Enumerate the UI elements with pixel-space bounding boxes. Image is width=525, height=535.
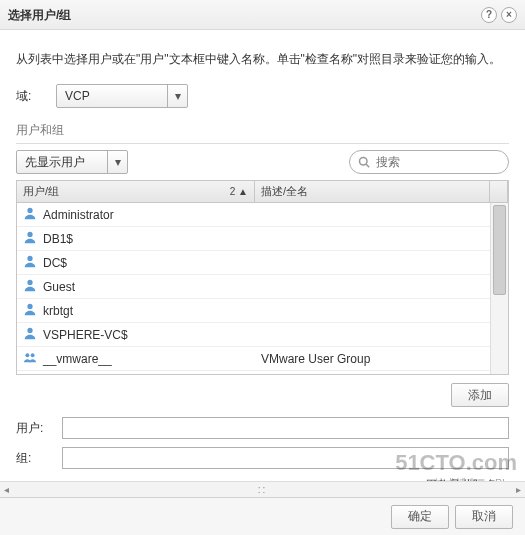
instruction-text: 从列表中选择用户或在"用户"文本框中键入名称。单击"检查名称"对照目录来验证您的… [16,50,509,68]
row-name: __vmware__ [43,352,112,366]
users-groups-grid: 用户/组 2 ▲ 描述/全名 AdministratorDB1$DC$Guest… [16,180,509,375]
column-user-group[interactable]: 用户/组 2 ▲ [17,181,255,202]
horizontal-scrollbar[interactable]: ◂ :: ▸ [0,481,525,497]
table-row[interactable]: DB1$ [17,227,490,251]
svg-point-6 [27,304,32,309]
vertical-scrollbar[interactable] [490,203,508,374]
table-row[interactable]: Guest [17,275,490,299]
row-desc: VMware User Group [255,352,490,366]
svg-point-0 [360,158,368,166]
svg-point-8 [25,353,29,357]
domain-value: VCP [57,85,167,107]
groups-input[interactable] [62,447,509,469]
group-icon [23,350,43,367]
display-mode-value: 先显示用户 [17,151,107,173]
sort-indicator: 2 ▲ [230,186,248,197]
svg-point-2 [27,208,32,213]
table-row[interactable]: DC$ [17,251,490,275]
user-icon [23,254,43,271]
groups-field-label: 组: [16,450,62,467]
chevron-down-icon: ▾ [107,151,127,173]
table-row[interactable]: Administrator [17,203,490,227]
row-name: DC$ [43,256,67,270]
row-name: Guest [43,280,75,294]
search-box[interactable] [349,150,509,174]
scrollbar-thumb[interactable] [493,205,506,295]
svg-point-4 [27,256,32,261]
close-button[interactable]: × [501,7,517,23]
user-icon [23,326,43,343]
dialog-title: 选择用户/组 [8,0,71,30]
table-row[interactable]: __vmware__VMware User Group [17,347,490,371]
user-icon [23,278,43,295]
cancel-button[interactable]: 取消 [455,505,513,529]
svg-point-5 [27,280,32,285]
ok-button[interactable]: 确定 [391,505,449,529]
table-row[interactable]: VSPHERE-VC$ [17,323,490,347]
domain-select[interactable]: VCP ▾ [56,84,188,108]
table-row[interactable]: krbtgt [17,299,490,323]
users-input[interactable] [62,417,509,439]
search-icon [358,156,370,168]
display-mode-select[interactable]: 先显示用户 ▾ [16,150,128,174]
scroll-right-icon[interactable]: ▸ [516,484,521,495]
chevron-down-icon: ▾ [167,85,187,107]
svg-line-1 [366,164,369,167]
row-name: DB1$ [43,232,73,246]
svg-point-9 [31,353,35,357]
column-description[interactable]: 描述/全名 [255,181,490,202]
users-groups-heading: 用户和组 [16,122,509,144]
row-name: krbtgt [43,304,73,318]
add-button[interactable]: 添加 [451,383,509,407]
users-field-label: 用户: [16,420,62,437]
svg-point-3 [27,232,32,237]
row-name: VSPHERE-VC$ [43,328,128,342]
user-icon [23,206,43,223]
svg-point-7 [27,328,32,333]
domain-label: 域: [16,88,56,105]
search-input[interactable] [374,154,484,170]
row-name: Administrator [43,208,114,222]
help-button[interactable]: ? [481,7,497,23]
user-icon [23,302,43,319]
user-icon [23,230,43,247]
